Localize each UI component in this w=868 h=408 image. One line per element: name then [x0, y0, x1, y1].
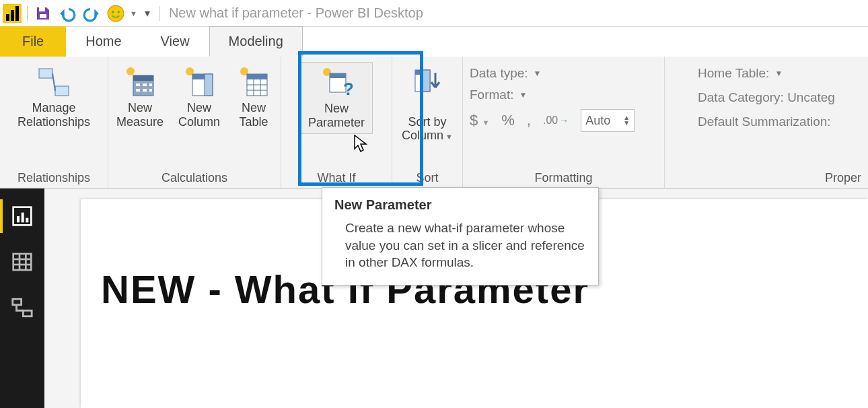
data-category-dropdown[interactable]: Data Category: Uncateg: [698, 90, 835, 105]
svg-rect-33: [421, 70, 430, 92]
chevron-down-icon: ▼: [519, 90, 527, 100]
view-sidebar: [0, 189, 44, 408]
chevron-down-icon: ▼: [482, 118, 489, 127]
svg-rect-29: [330, 73, 346, 78]
redo-button[interactable]: [81, 3, 102, 24]
svg-rect-44: [23, 310, 32, 316]
svg-rect-22: [247, 74, 267, 79]
home-table-dropdown[interactable]: Home Table: ▼: [698, 66, 835, 81]
svg-rect-10: [136, 83, 140, 86]
feedback-dropdown-icon[interactable]: ▼: [130, 9, 137, 18]
report-view-icon: [11, 205, 33, 227]
svg-rect-19: [205, 74, 213, 96]
decimals-button[interactable]: .00 →: [543, 114, 569, 127]
report-view-button[interactable]: [8, 202, 36, 230]
new-column-button[interactable]: New Column: [174, 62, 224, 129]
group-calculations-label: Calculations: [161, 170, 227, 185]
svg-rect-15: [149, 89, 152, 92]
model-view-button[interactable]: [8, 294, 36, 322]
chevron-down-icon: ▼: [774, 69, 783, 78]
data-type-dropdown[interactable]: Data type: ▼: [470, 66, 657, 81]
data-category-label: Data Category: Uncateg: [698, 90, 835, 105]
svg-rect-12: [149, 83, 152, 86]
new-table-label: New Table: [239, 101, 268, 129]
tooltip-title: New Parameter: [334, 197, 586, 213]
svg-rect-38: [13, 254, 32, 270]
default-summarization-dropdown[interactable]: Default Summarization:: [698, 114, 835, 129]
decimal-places-input[interactable]: [585, 114, 619, 128]
group-relationships: Manage Relationships Relationships: [0, 57, 108, 188]
group-calculations: New Measure New Column: [108, 57, 281, 188]
new-parameter-icon: ?: [320, 67, 353, 99]
svg-rect-36: [22, 213, 24, 223]
svg-rect-9: [133, 75, 153, 81]
svg-rect-35: [17, 216, 20, 222]
new-column-label: New Column: [178, 101, 220, 129]
group-properties-label: Proper: [825, 170, 861, 185]
ribbon: Manage Relationships Relationships New M…: [0, 57, 868, 189]
tab-view[interactable]: View: [141, 26, 209, 57]
separator: [27, 6, 28, 21]
decimal-places-spinner[interactable]: ▲▼: [581, 109, 635, 132]
svg-rect-5: [55, 86, 69, 96]
app-logo: [3, 4, 22, 23]
spinner-arrows[interactable]: ▲▼: [623, 115, 630, 126]
svg-rect-37: [26, 218, 28, 223]
new-parameter-label: New Parameter: [308, 102, 365, 129]
group-sort: Sort by Column ▼ Sort: [392, 57, 463, 188]
new-parameter-button[interactable]: ? New Parameter: [300, 62, 373, 134]
save-icon: [35, 5, 51, 22]
manage-relationships-label: Manage Relationships: [17, 101, 90, 129]
group-formatting: Data type: ▼ Format: ▼ $ ▼ % , .00 →: [463, 57, 665, 188]
sort-icon: [411, 66, 443, 98]
undo-icon: [59, 5, 76, 22]
format-label: Format:: [470, 88, 513, 102]
svg-rect-4: [39, 69, 52, 78]
separator: [159, 6, 159, 21]
svg-rect-14: [143, 89, 147, 92]
new-measure-button[interactable]: New Measure: [115, 62, 165, 129]
qat-customize-button[interactable]: ▾: [141, 3, 153, 24]
tab-modeling[interactable]: Modeling: [209, 26, 303, 57]
format-dropdown[interactable]: Format: ▼: [470, 88, 657, 102]
qat-customize-icon: ▾: [145, 7, 150, 20]
group-properties: Home Table: ▼ Data Category: Uncateg Def…: [665, 57, 868, 188]
svg-point-3: [118, 11, 120, 13]
currency-button[interactable]: $ ▼: [470, 112, 489, 129]
tab-file[interactable]: File: [0, 26, 66, 57]
quick-access-toolbar: ▼ ▾ New what if parameter - Power BI Des…: [0, 0, 868, 27]
tooltip-body: Create a new what-if parameter whose val…: [334, 219, 586, 271]
data-view-icon: [11, 251, 33, 273]
group-sort-label: Sort: [416, 170, 438, 185]
tab-home[interactable]: Home: [66, 26, 141, 57]
data-view-button[interactable]: [8, 248, 36, 276]
group-formatting-label: Formatting: [534, 170, 592, 185]
sort-by-column-button[interactable]: Sort by Column ▼: [399, 62, 456, 143]
new-measure-label: New Measure: [116, 101, 164, 129]
data-type-label: Data type:: [470, 66, 528, 81]
ribbon-tabs: File Home View Modeling: [0, 27, 868, 57]
manage-relationships-button[interactable]: Manage Relationships: [7, 62, 101, 129]
feedback-button[interactable]: [106, 3, 126, 24]
undo-button[interactable]: [57, 3, 77, 24]
svg-line-6: [52, 73, 55, 91]
new-table-button[interactable]: New Table: [233, 62, 274, 129]
svg-text:?: ?: [343, 79, 353, 99]
thousands-button[interactable]: ,: [527, 112, 531, 129]
svg-rect-13: [136, 89, 140, 92]
new-measure-icon: [124, 66, 156, 98]
percent-button[interactable]: %: [501, 112, 515, 129]
new-column-icon: [183, 66, 215, 98]
window-title: New what if parameter - Power BI Desktop: [169, 5, 423, 21]
save-button[interactable]: [33, 3, 53, 24]
chevron-down-icon: ▼: [534, 69, 542, 78]
new-table-icon: [238, 66, 270, 98]
svg-point-1: [108, 5, 124, 22]
tooltip: New Parameter Create a new what-if param…: [322, 187, 599, 285]
home-table-label: Home Table:: [698, 66, 769, 81]
model-view-icon: [11, 296, 34, 319]
group-whatif-label: What If: [317, 170, 355, 185]
svg-rect-11: [143, 83, 147, 86]
svg-point-2: [112, 11, 114, 13]
svg-rect-43: [13, 299, 22, 305]
